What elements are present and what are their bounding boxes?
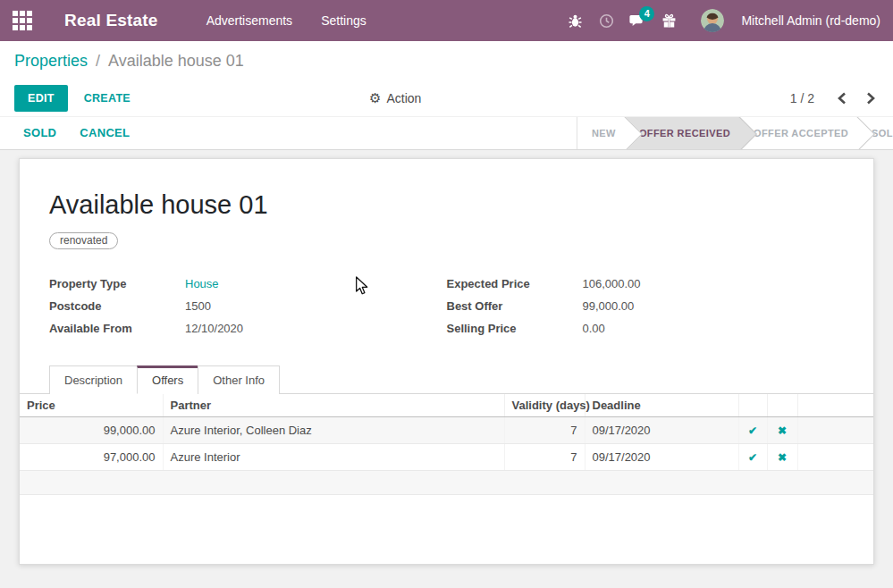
menu-advertisements[interactable]: Advertisements <box>205 10 294 31</box>
app-brand[interactable]: Real Estate <box>64 11 158 30</box>
tab-offers[interactable]: Offers <box>137 365 198 394</box>
col-partner[interactable]: Partner <box>163 394 504 417</box>
col-validity[interactable]: Validity (days) <box>504 394 585 417</box>
offer-partner: Azure Interior, Colleen Diaz <box>163 417 504 444</box>
activities-clock-icon[interactable] <box>598 13 614 29</box>
stage-offer-accepted[interactable]: OFFER ACCEPTED <box>739 117 857 149</box>
refuse-offer-icon[interactable]: ✖ <box>767 444 797 471</box>
pager-next-button[interactable] <box>863 90 879 106</box>
navbar-right: 4 Mitchell Admin (rd-demo) <box>567 9 880 32</box>
offer-row[interactable]: 97,000.00 Azure Interior 7 09/17/2020 ✔ … <box>20 444 873 471</box>
best-offer-value: 99,000.00 <box>583 299 635 313</box>
nav-menus: Advertisements Settings <box>205 10 368 31</box>
empty-list-row <box>20 471 873 495</box>
offer-partner: Azure Interior <box>163 444 504 471</box>
field-group-left: Property Type House Postcode 1500 Availa… <box>49 273 447 340</box>
cancel-button[interactable]: CANCEL <box>80 117 130 149</box>
accept-offer-icon[interactable]: ✔ <box>738 444 767 471</box>
breadcrumb-parent-link[interactable]: Properties <box>14 52 88 71</box>
user-name[interactable]: Mitchell Admin (rd-demo) <box>741 13 880 28</box>
offer-deadline: 09/17/2020 <box>585 444 738 471</box>
notebook: Description Offers Other Info Price Part… <box>20 365 873 495</box>
selling-price-value: 0.00 <box>583 322 605 335</box>
control-panel: EDIT CREATE ⚙ Action 1 / 2 <box>0 80 893 116</box>
form-action-bar: SOLD CANCEL NEW OFFER RECEIVED OFFER ACC… <box>0 116 893 150</box>
pager-count: 1 / 2 <box>790 91 814 105</box>
gift-icon[interactable] <box>661 13 677 29</box>
apps-grid-icon[interactable] <box>13 11 32 30</box>
accept-offer-icon[interactable]: ✔ <box>738 417 767 444</box>
edit-button[interactable]: EDIT <box>14 85 68 112</box>
form-view: Available house 01 renovated Property Ty… <box>0 150 893 565</box>
offer-price: 97,000.00 <box>20 444 163 471</box>
field-group-right: Expected Price 106,000.00 Best Offer 99,… <box>447 273 845 340</box>
offer-deadline: 09/17/2020 <box>585 417 738 444</box>
form-sheet: Available house 01 renovated Property Ty… <box>19 158 874 565</box>
postcode-value: 1500 <box>185 299 211 313</box>
available-from-value: 12/10/2020 <box>185 322 243 335</box>
stage-new[interactable]: NEW <box>577 117 625 149</box>
breadcrumb: Properties / Available house 01 <box>0 41 893 80</box>
offer-validity: 7 <box>504 417 585 444</box>
top-navbar: Real Estate Advertisements Settings 4 <box>0 0 893 41</box>
statusbar: NEW OFFER RECEIVED OFFER ACCEPTED SOLD <box>577 117 893 149</box>
property-type-label: Property Type <box>49 277 185 290</box>
breadcrumb-separator: / <box>96 52 100 71</box>
expected-price-value: 106,000.00 <box>583 277 641 290</box>
property-type-value[interactable]: House <box>185 277 219 290</box>
available-from-label: Available From <box>49 322 185 335</box>
sold-button[interactable]: SOLD <box>23 117 56 149</box>
user-avatar[interactable] <box>701 9 724 32</box>
offer-price: 99,000.00 <box>20 417 163 444</box>
offer-row[interactable]: 99,000.00 Azure Interior, Colleen Diaz 7… <box>20 417 873 444</box>
offers-table: Price Partner Validity (days) Deadline 9… <box>20 394 873 495</box>
postcode-label: Postcode <box>49 299 185 313</box>
expected-price-label: Expected Price <box>447 277 583 290</box>
action-menu-button[interactable]: ⚙ Action <box>369 90 421 106</box>
offer-validity: 7 <box>504 444 585 471</box>
message-count-badge[interactable]: 4 <box>639 6 654 21</box>
menu-settings[interactable]: Settings <box>319 10 368 31</box>
create-button[interactable]: CREATE <box>84 92 131 105</box>
tab-other-info[interactable]: Other Info <box>198 365 280 394</box>
page-title: Available house 01 <box>49 190 844 220</box>
field-groups: Property Type House Postcode 1500 Availa… <box>49 273 844 340</box>
refuse-offer-icon[interactable]: ✖ <box>767 417 797 444</box>
tag-renovated[interactable]: renovated <box>49 232 118 249</box>
bug-icon[interactable] <box>567 13 583 29</box>
tab-bar: Description Offers Other Info <box>20 365 873 394</box>
offers-header-row: Price Partner Validity (days) Deadline <box>20 394 873 417</box>
breadcrumb-current: Available house 01 <box>108 52 244 71</box>
selling-price-label: Selling Price <box>447 322 583 335</box>
tab-description[interactable]: Description <box>49 365 138 394</box>
pager: 1 / 2 <box>790 90 879 106</box>
best-offer-label: Best Offer <box>447 299 583 313</box>
col-deadline[interactable]: Deadline <box>585 394 738 417</box>
messages-icon[interactable]: 4 <box>629 13 645 29</box>
pager-previous-button[interactable] <box>834 90 850 106</box>
col-price[interactable]: Price <box>20 394 163 417</box>
gear-icon: ⚙ <box>369 90 381 106</box>
action-menu-label: Action <box>386 91 421 105</box>
